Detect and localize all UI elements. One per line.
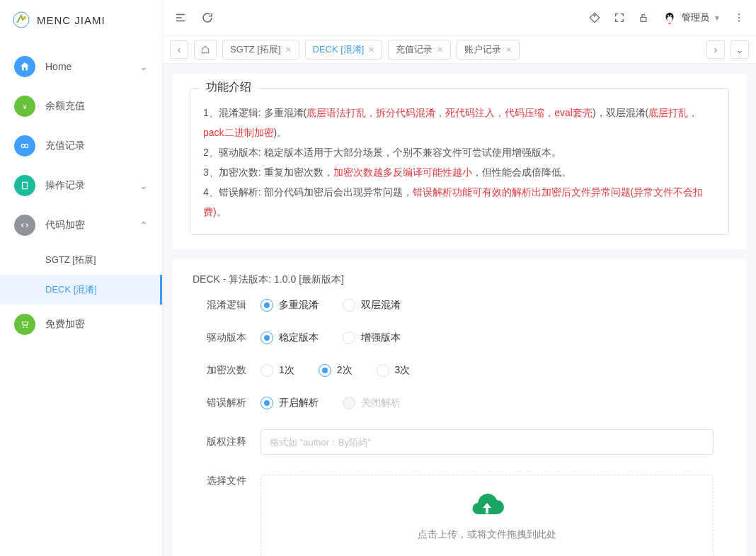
file-label: 选择文件 [190, 475, 260, 487]
tab-recharge[interactable]: 充值记录✕ [388, 40, 451, 59]
intro-title: 功能介绍 [200, 80, 257, 95]
collapse-sidebar-button[interactable] [174, 11, 187, 24]
nav-code-encrypt[interactable]: 代码加密 ⌃ [0, 205, 162, 245]
refresh-button[interactable] [201, 11, 214, 24]
close-icon[interactable]: ✕ [505, 45, 512, 55]
svg-point-1 [23, 16, 26, 19]
radio-driver-enhanced[interactable]: 增强版本 [343, 331, 401, 344]
nav-operation-log-label: 操作记录 [45, 179, 85, 192]
svg-point-4 [25, 144, 28, 148]
close-icon[interactable]: ✕ [285, 45, 292, 55]
content: 功能介绍 1、混淆逻辑: 多重混淆(底层语法打乱，拆分代码混淆，死代码注入，代码… [163, 64, 756, 556]
nav-balance[interactable]: ¥ 余额充值 [0, 86, 162, 126]
svg-point-14 [738, 13, 740, 15]
intro-panel: 功能介绍 1、混淆逻辑: 多重混淆(底层语法打乱，拆分代码混淆，死代码注入，代码… [173, 74, 746, 249]
radio-error-on[interactable]: 开启解析 [260, 397, 319, 409]
version-label: DECK - 算法版本: 1.0.0 [最新版本] [190, 273, 729, 286]
tab-recharge-label: 充值记录 [396, 43, 433, 56]
copyright-input[interactable] [260, 429, 714, 455]
chevron-up-icon: ⌃ [139, 220, 148, 231]
nav-recharge-log[interactable]: 充值记录 [0, 126, 162, 166]
main: 管理员 ▼ ‹ SGTZ [拓展]✕ DECK [混淆]✕ 充值记录✕ 账户记录… [163, 0, 756, 556]
row-driver: 驱动版本 稳定版本 增强版本 [190, 322, 729, 354]
close-icon[interactable]: ✕ [368, 45, 374, 55]
svg-point-7 [26, 327, 28, 328]
fullscreen-icon[interactable] [614, 12, 625, 23]
close-icon[interactable]: ✕ [437, 45, 443, 55]
more-icon[interactable] [733, 12, 745, 23]
tab-sgtz[interactable]: SGTZ [拓展]✕ [222, 40, 299, 59]
radio-error-off: 关闭解析 [343, 397, 401, 409]
tab-sgtz-label: SGTZ [拓展] [230, 43, 281, 56]
code-icon [20, 220, 30, 230]
tab-account-label: 账户记录 [464, 43, 501, 56]
radio-count-2[interactable]: 2次 [319, 364, 353, 377]
intro-line-3: 3、加密次数: 重复加密次数，加密次数越多反编译可能性越小，但性能会成倍降低。 [203, 162, 716, 182]
user-menu[interactable]: 管理员 ▼ [662, 10, 721, 25]
brand-text: MENC JIAMI [37, 14, 105, 26]
nav-code-encrypt-label: 代码加密 [45, 219, 85, 232]
svg-rect-9 [641, 17, 646, 21]
lock-icon[interactable] [638, 12, 649, 23]
doc-icon [20, 181, 30, 191]
upload-cloud-icon [470, 493, 504, 521]
nav-sub-sgtz-label: SGTZ [拓展] [45, 254, 96, 266]
tab-deck[interactable]: DECK [混淆]✕ [305, 40, 383, 59]
svg-point-16 [738, 21, 740, 22]
tabsbar: ‹ SGTZ [拓展]✕ DECK [混淆]✕ 充值记录✕ 账户记录✕ › ⌄ [163, 35, 756, 64]
error-label: 错误解析 [190, 397, 260, 409]
yen-icon: ¥ [20, 101, 30, 111]
tab-next-button[interactable]: › [706, 40, 725, 59]
logo-area: MENC JIAMI [0, 0, 162, 40]
tab-prev-button[interactable]: ‹ [170, 40, 188, 59]
mix-label: 混淆逻辑 [190, 299, 260, 312]
radio-mix-double[interactable]: 双层混淆 [343, 299, 401, 312]
nav: Home ⌄ ¥ 余额充值 充值记录 操作记录 ⌄ 代码加密 ⌃ [0, 40, 162, 344]
user-name: 管理员 [682, 11, 709, 24]
svg-text:¥: ¥ [22, 103, 27, 110]
intro-line-4: 4、错误解析: 部分代码加密后会出现异常问题，错误解析功能可有效的解析出加密后文… [203, 182, 716, 222]
nav-balance-label: 余额充值 [45, 100, 85, 113]
driver-label: 驱动版本 [190, 331, 260, 344]
chevron-down-icon: ⌄ [139, 180, 148, 191]
nav-free-encrypt[interactable]: 免费加密 [0, 305, 162, 344]
copyright-label: 版权注释 [190, 436, 260, 448]
nav-sub-sgtz[interactable]: SGTZ [拓展] [0, 245, 162, 275]
link-icon [20, 141, 30, 151]
count-label: 加密次数 [190, 364, 260, 377]
nav-home[interactable]: Home ⌄ [0, 47, 162, 86]
row-error: 错误解析 开启解析 关闭解析 [190, 387, 729, 419]
radio-mix-multi[interactable]: 多重混淆 [260, 299, 319, 312]
home-icon [19, 61, 30, 72]
tab-home[interactable] [194, 40, 217, 59]
tab-dropdown-button[interactable]: ⌄ [731, 40, 749, 59]
nav-sub-deck-label: DECK [混淆] [45, 283, 97, 296]
nav-home-label: Home [45, 61, 71, 72]
tab-deck-label: DECK [混淆] [313, 43, 365, 56]
form-panel: DECK - 算法版本: 1.0.0 [最新版本] 混淆逻辑 多重混淆 双层混淆… [173, 259, 746, 556]
svg-point-11 [667, 16, 672, 21]
svg-point-6 [23, 327, 24, 328]
tab-account[interactable]: 账户记录✕ [457, 40, 520, 59]
row-file: 选择文件 点击上传，或将文件拖拽到此处 [190, 465, 729, 556]
svg-point-8 [594, 15, 595, 16]
intro-line-2: 2、驱动版本: 稳定版本适用于大部分场景，个别不兼容文件可尝试使用增强版本。 [203, 142, 716, 162]
sidebar: MENC JIAMI Home ⌄ ¥ 余额充值 充值记录 操作记录 ⌄ [0, 0, 163, 556]
svg-point-12 [668, 15, 669, 16]
tag-icon[interactable] [588, 11, 601, 24]
nav-operation-log[interactable]: 操作记录 ⌄ [0, 166, 162, 205]
nav-free-encrypt-label: 免费加密 [45, 318, 85, 331]
nav-recharge-log-label: 充值记录 [45, 140, 85, 152]
qq-icon [662, 10, 677, 25]
file-uploader[interactable]: 点击上传，或将文件拖拽到此处 [260, 475, 714, 556]
row-count: 加密次数 1次 2次 3次 [190, 354, 729, 387]
home-icon [200, 45, 210, 55]
intro-line-1: 1、混淆逻辑: 多重混淆(底层语法打乱，拆分代码混淆，死代码注入，代码压缩，ev… [203, 103, 716, 142]
logo-icon [13, 11, 30, 28]
radio-count-3[interactable]: 3次 [377, 364, 411, 377]
radio-count-1[interactable]: 1次 [260, 364, 294, 377]
svg-point-3 [21, 144, 25, 148]
nav-sub-deck[interactable]: DECK [混淆] [0, 275, 162, 305]
cart-icon [20, 319, 30, 329]
radio-driver-stable[interactable]: 稳定版本 [260, 331, 319, 344]
